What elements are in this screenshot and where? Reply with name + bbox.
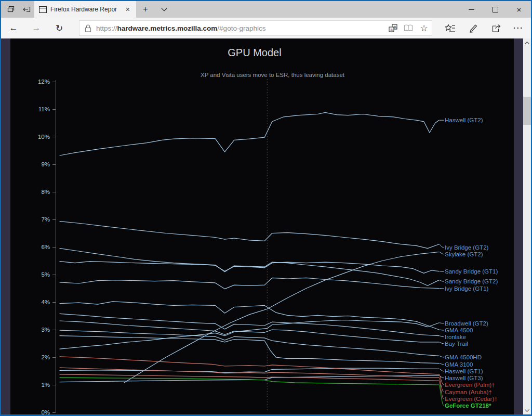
- svg-text:GMA 4500: GMA 4500: [445, 327, 473, 333]
- svg-text:Skylake (GT2): Skylake (GT2): [445, 251, 483, 257]
- scroll-up-button[interactable]: [523, 38, 531, 47]
- svg-text:Evergreen (Cedar)†: Evergreen (Cedar)†: [445, 396, 498, 402]
- navigation-toolbar: ← → ↻ https://hardware.metrics.mozilla.c…: [1, 18, 531, 38]
- svg-text:5%: 5%: [41, 271, 50, 278]
- refresh-button[interactable]: ↻: [48, 18, 71, 38]
- translate-icon: あ a: [389, 24, 397, 32]
- tab-firefox-hardware-report[interactable]: Firefox Hardware Repor ×: [34, 1, 136, 18]
- minimize-button[interactable]: [459, 1, 483, 18]
- book-icon: [404, 24, 413, 32]
- svg-text:11%: 11%: [38, 106, 50, 112]
- svg-text:0%: 0%: [41, 409, 50, 414]
- window-close-button[interactable]: ×: [507, 1, 531, 18]
- tab-bar: Firefox Hardware Repor × + ×: [1, 1, 531, 18]
- page-viewport: 0%1%2%3%4%5%6%7%8%9%10%11%12%Haswell (GT…: [1, 38, 531, 414]
- svg-text:10%: 10%: [38, 134, 50, 140]
- svg-text:8%: 8%: [41, 189, 50, 195]
- forward-button[interactable]: →: [25, 18, 48, 38]
- svg-text:Bay Trail: Bay Trail: [445, 341, 468, 347]
- set-tabs-aside-button[interactable]: [19, 1, 34, 18]
- tabs-set-aside-list-button[interactable]: [3, 1, 19, 18]
- tab-close-button[interactable]: ×: [124, 5, 131, 14]
- tab-aside-actions: [1, 1, 34, 18]
- chevron-up-icon: [525, 42, 529, 44]
- url-host: hardware.metrics.mozilla.com: [117, 24, 218, 32]
- svg-text:GeForce GT218*: GeForce GT218*: [445, 402, 491, 409]
- tab-list-dropdown-button[interactable]: [155, 1, 174, 18]
- new-tab-button[interactable]: +: [136, 1, 155, 18]
- gpu-chart-panel: 0%1%2%3%4%5%6%7%8%9%10%11%12%Haswell (GT…: [10, 38, 514, 414]
- star-icon: ☆: [420, 23, 428, 34]
- svg-text:12%: 12%: [38, 79, 50, 85]
- svg-text:Broadwell (GT2): Broadwell (GT2): [445, 320, 488, 327]
- chevron-down-icon: [525, 409, 529, 412]
- svg-text:a: a: [390, 27, 393, 32]
- scrollbar-thumb[interactable]: [523, 97, 531, 125]
- tabbar-spacer: [174, 1, 459, 18]
- chart-annotation: XP and Vista users move to ESR, thus lea…: [31, 72, 514, 78]
- gpu-model-chart: 0%1%2%3%4%5%6%7%8%9%10%11%12%Haswell (GT…: [10, 38, 514, 414]
- star-list-icon: [445, 24, 456, 33]
- chart-title: GPU Model: [10, 47, 499, 59]
- address-bar[interactable]: https://hardware.metrics.mozilla.com/#go…: [79, 20, 432, 36]
- svg-text:Haswell (GT2): Haswell (GT2): [445, 117, 483, 123]
- svg-text:Sandy Bridge (GT2): Sandy Bridge (GT2): [445, 278, 498, 284]
- tab-page-icon: [39, 6, 47, 13]
- set-aside-arrow-icon: [22, 6, 31, 13]
- maximize-icon: [493, 7, 498, 12]
- more-icon: ···: [513, 24, 524, 32]
- windows-ink-button[interactable]: [461, 18, 484, 38]
- back-button[interactable]: ←: [2, 18, 25, 38]
- tabs-collection-icon: [7, 5, 15, 14]
- pen-icon: [468, 24, 478, 33]
- svg-text:Ivy Bridge (GT2): Ivy Bridge (GT2): [445, 244, 489, 251]
- svg-text:9%: 9%: [41, 161, 50, 167]
- svg-text:Ironlake: Ironlake: [445, 334, 466, 340]
- svg-text:2%: 2%: [41, 354, 50, 360]
- window-close-icon: ×: [517, 6, 522, 14]
- translate-button[interactable]: あ a: [385, 21, 401, 35]
- svg-text:Haswell (GT1): Haswell (GT1): [445, 368, 483, 374]
- browser-window: Firefox Hardware Repor × + × ← → ↻ https…: [0, 0, 532, 416]
- settings-more-button[interactable]: ···: [507, 18, 530, 38]
- svg-text:Cayman (Aruba)†: Cayman (Aruba)†: [445, 389, 492, 395]
- lock-icon: [85, 24, 91, 32]
- reading-view-button[interactable]: [401, 21, 416, 35]
- svg-text:Haswell (GT3): Haswell (GT3): [445, 375, 483, 381]
- chevron-down-icon: [161, 8, 167, 11]
- share-button[interactable]: [484, 18, 507, 38]
- url-fragment: /#goto-graphics: [217, 24, 265, 32]
- hub-buttons: ···: [438, 18, 530, 38]
- svg-text:Ivy Bridge (GT1): Ivy Bridge (GT1): [445, 285, 489, 292]
- svg-text:GMA 3100: GMA 3100: [445, 361, 473, 368]
- url-scheme: https://: [96, 24, 117, 32]
- share-icon: [491, 24, 501, 33]
- svg-text:Evergreen (Palm)†: Evergreen (Palm)†: [445, 382, 495, 388]
- maximize-button[interactable]: [483, 1, 507, 18]
- page-scrollbar[interactable]: [523, 38, 531, 414]
- favorites-hub-button[interactable]: [438, 18, 461, 38]
- url-text: https://hardware.metrics.mozilla.com/#go…: [96, 24, 385, 32]
- svg-text:6%: 6%: [41, 244, 50, 250]
- svg-text:1%: 1%: [41, 382, 50, 388]
- minimize-icon: [469, 9, 474, 10]
- add-favorite-button[interactable]: ☆: [416, 21, 432, 35]
- svg-text:7%: 7%: [41, 216, 50, 223]
- svg-text:Sandy Bridge (GT1): Sandy Bridge (GT1): [445, 268, 498, 275]
- tab-title: Firefox Hardware Repor: [50, 6, 121, 13]
- svg-text:3%: 3%: [41, 327, 50, 333]
- svg-text:GMA 4500HD: GMA 4500HD: [445, 354, 482, 360]
- svg-text:4%: 4%: [41, 299, 50, 305]
- scroll-down-button[interactable]: [523, 406, 531, 414]
